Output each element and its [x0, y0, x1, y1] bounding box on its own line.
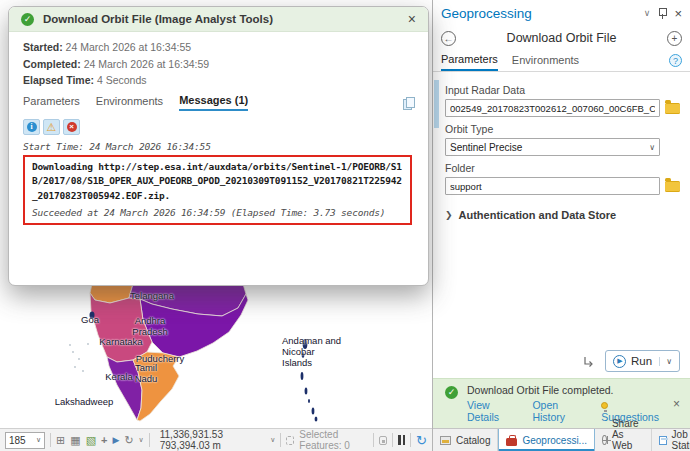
browse-folder-icon[interactable]: [665, 103, 680, 114]
pane-close-icon[interactable]: ×: [674, 7, 682, 20]
elapsed-row: Elapsed Time: 4 Seconds: [23, 74, 414, 86]
dialog-close-icon[interactable]: ×: [408, 12, 416, 26]
tool-title: Download Orbit File: [456, 31, 667, 45]
copy-messages-icon[interactable]: [403, 97, 414, 109]
select-box-icon[interactable]: [379, 436, 387, 445]
divider: [149, 433, 150, 447]
selected-features-count: Selected Features: 0: [299, 429, 368, 451]
share-globe-icon: [602, 435, 607, 445]
started-value: 24 March 2026 at 16:34:55: [66, 41, 192, 53]
rotate-icon[interactable]: ↻: [124, 434, 133, 447]
orbit-type-value: Sentinel Precise: [450, 142, 522, 153]
map-lakshadweep-islands: [69, 343, 89, 372]
dialog-header: ✓ Download Orbit File (Image Analyst Too…: [9, 7, 428, 32]
view-details-link[interactable]: View Details: [467, 399, 520, 423]
selection-icon: [286, 436, 294, 445]
geoprocessing-pane: Geoprocessing ∨ × ← Download Orbit File …: [432, 0, 690, 451]
map-label-karnataka: Karnataka: [99, 337, 142, 348]
pane-pin-icon[interactable]: [658, 8, 666, 19]
catalog-icon: [440, 436, 451, 445]
run-button[interactable]: ▶ Run ∨: [605, 350, 680, 372]
dialog-tabs: Parameters Environments Messages (1): [23, 94, 414, 111]
info-filter-button[interactable]: i: [23, 119, 40, 135]
completed-row: Completed: 24 March 2026 at 16:34:59: [23, 58, 414, 70]
input-radar-data-label: Input Radar Data: [445, 84, 680, 96]
map-label-tamil-nadu: Tamil Nadu: [135, 363, 158, 385]
browse-folder-icon[interactable]: [665, 181, 680, 192]
parameter-indicator-strip: [434, 80, 439, 128]
started-row: Started: 24 March 2026 at 16:34:55: [23, 41, 414, 53]
coordinates-display[interactable]: 11,336,931.53 793,394.03 m ∨: [160, 429, 276, 451]
back-button[interactable]: ←: [441, 31, 456, 46]
info-icon: i: [27, 122, 37, 132]
notification-message: Download Orbit File completed.: [467, 384, 664, 396]
select-chevron-icon: ∨: [649, 143, 655, 152]
open-history-link[interactable]: Open History: [532, 399, 589, 423]
pane-menu-chevron-icon[interactable]: ∨: [644, 8, 651, 18]
rotate-chevron-icon[interactable]: ∨: [139, 436, 144, 444]
map-scale-select[interactable]: 185 ∨: [5, 432, 45, 449]
crosshair-icon[interactable]: +: [101, 434, 107, 446]
elapsed-value: 4 Seconds: [97, 74, 147, 86]
job-status-icon: [659, 436, 667, 445]
refresh-icon[interactable]: ↻: [416, 434, 427, 447]
coordinates-value: 11,336,931.53 793,394.03 m: [160, 429, 265, 451]
tab-parameters[interactable]: Parameters: [23, 95, 80, 110]
folder-label: Folder: [445, 162, 680, 174]
map-scale-value: 185: [9, 435, 26, 446]
run-options-chevron-icon[interactable]: ∨: [659, 357, 672, 366]
tab-parameters[interactable]: Parameters: [441, 53, 498, 71]
map-label-andaman-nicobar: Andaman and Nicobar Islands: [282, 336, 341, 369]
download-message: Downloading http://step.esa.int/auxdata/…: [32, 160, 403, 203]
expand-chevron-icon: ❯: [445, 210, 453, 220]
tab-share-as-web-layer[interactable]: Share As Web La...: [595, 429, 652, 451]
authentication-section-header[interactable]: ❯ Authentication and Data Store: [445, 209, 680, 221]
tab-geoprocessing[interactable]: Geoprocessi...: [498, 429, 594, 451]
error-icon: ×: [67, 122, 77, 132]
message-filter-buttons: i ⚠ ×: [23, 119, 414, 135]
messages-log: Start Time: 24 March 2026 16:34:55 Downl…: [23, 141, 414, 225]
pane-header: Geoprocessing ∨ ×: [433, 0, 690, 26]
status-toolbar: ⊞ ▦ ▧ + ▶ ↻ ∨: [56, 434, 144, 447]
divider: [373, 433, 374, 447]
run-button-label: Run: [631, 355, 652, 367]
input-radar-data-field[interactable]: [445, 99, 660, 117]
float-dialog-icon[interactable]: [582, 355, 595, 368]
help-icon[interactable]: ?: [669, 54, 682, 67]
tab-environments[interactable]: Environments: [96, 95, 163, 110]
toolbox-icon: [506, 438, 517, 446]
scale-chevron-icon: ∨: [36, 436, 41, 444]
tab-catalog[interactable]: Catalog: [433, 429, 498, 451]
tab-job-status[interactable]: Job Status: [652, 429, 690, 451]
tool-tabs: Parameters Environments ?: [433, 50, 690, 72]
map-label-kerala: Kerala: [105, 372, 132, 383]
warning-filter-button[interactable]: ⚠: [43, 119, 60, 135]
authentication-section-label: Authentication and Data Store: [459, 209, 617, 221]
divider: [410, 433, 411, 447]
chart-icon[interactable]: ▧: [86, 434, 96, 447]
map-status-bar: 185 ∨ ⊞ ▦ ▧ + ▶ ↻ ∨ 11,336,931.53 793,39…: [0, 428, 432, 451]
geoprocessing-result-dialog: ✓ Download Orbit File (Image Analyst Too…: [8, 6, 429, 286]
add-view-icon[interactable]: ⊞: [56, 434, 65, 447]
dialog-title: Download Orbit File (Image Analyst Tools…: [43, 13, 399, 25]
parameters-form: Input Radar Data Orbit Type Sentinel Pre…: [433, 72, 690, 350]
run-row: ▶ Run ∨: [433, 350, 690, 378]
orbit-type-select[interactable]: Sentinel Precise ∨: [445, 138, 660, 156]
dialog-body: Started: 24 March 2026 at 16:34:55 Compl…: [9, 32, 428, 285]
attribute-table-icon[interactable]: ▦: [70, 434, 80, 447]
error-filter-button[interactable]: ×: [63, 119, 80, 135]
succeeded-message: Succeeded at 24 March 2026 16:34:59 (Ela…: [32, 207, 403, 218]
folder-field[interactable]: [445, 177, 660, 195]
tab-environments[interactable]: Environments: [512, 54, 579, 70]
pause-drawing-icon[interactable]: [398, 435, 405, 445]
status-right-group: Selected Features: 0 ↻: [280, 429, 427, 451]
add-to-model-button[interactable]: +: [667, 31, 682, 46]
completed-value: 24 March 2026 at 16:34:59: [84, 58, 210, 70]
elapsed-label: Elapsed Time:: [23, 74, 94, 86]
map-label-telangana: Telangana: [130, 291, 174, 302]
tab-messages[interactable]: Messages (1): [179, 94, 248, 111]
flash-icon[interactable]: ▶: [112, 435, 119, 445]
notification-close-icon[interactable]: ×: [673, 397, 680, 411]
pane-tab-bar: Catalog Geoprocessi... Share As Web La..…: [433, 428, 690, 451]
play-icon: ▶: [613, 355, 626, 368]
